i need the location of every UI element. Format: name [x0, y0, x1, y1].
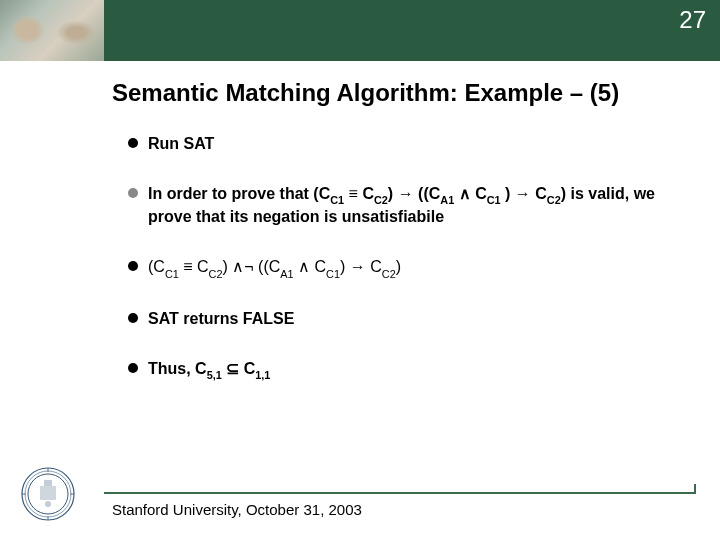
svg-point-5	[45, 501, 51, 507]
svg-rect-3	[40, 486, 56, 500]
content: Run SAT In order to prove that (CC1 ≡ CC…	[0, 115, 720, 381]
bullet-icon	[128, 313, 138, 323]
list-item: Run SAT	[128, 133, 690, 155]
header-bar: 27	[104, 0, 720, 61]
footer-text: Stanford University, October 31, 2003	[112, 501, 362, 518]
bullet-icon	[128, 363, 138, 373]
bullet-text: SAT returns FALSE	[148, 308, 690, 330]
bullet-icon	[128, 138, 138, 148]
footer-divider-tick	[694, 484, 696, 494]
bullet-text: Run SAT	[148, 133, 690, 155]
footer-divider	[104, 492, 696, 494]
bullet-icon	[128, 188, 138, 198]
bullet-text: In order to prove that (CC1 ≡ CC2) → ((C…	[148, 183, 690, 228]
list-item: SAT returns FALSE	[128, 308, 690, 330]
list-item: (CC1 ≡ CC2) ∧¬ ((CA1 ∧ CC1) → CC2)	[128, 256, 690, 280]
list-item: Thus, C5,1 ⊆ C1,1	[128, 358, 690, 382]
bullet-text: (CC1 ≡ CC2) ∧¬ ((CA1 ∧ CC1) → CC2)	[148, 256, 690, 280]
bullet-icon	[128, 261, 138, 271]
title-area: Semantic Matching Algorithm: Example – (…	[0, 61, 720, 115]
svg-rect-4	[44, 480, 52, 486]
decorative-image	[0, 0, 104, 61]
bullet-text: Thus, C5,1 ⊆ C1,1	[148, 358, 690, 382]
university-logo	[20, 466, 76, 522]
header: 27	[0, 0, 720, 61]
page-number: 27	[679, 6, 706, 34]
list-item: In order to prove that (CC1 ≡ CC2) → ((C…	[128, 183, 690, 228]
page-title: Semantic Matching Algorithm: Example – (…	[112, 79, 700, 107]
